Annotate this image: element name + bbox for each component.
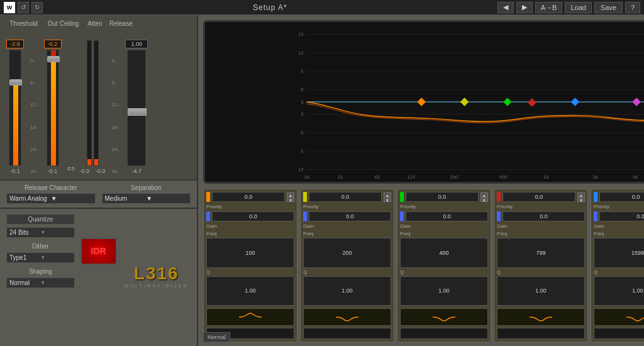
band-4-gain-input[interactable] xyxy=(502,211,585,221)
out-ceiling-bottom-val: -0.1 xyxy=(48,168,58,174)
band-3-bypass-button[interactable] xyxy=(400,328,488,339)
atten-meter-2 xyxy=(94,40,99,166)
band-4-q-input[interactable] xyxy=(497,276,585,306)
band-1-shape-button[interactable] xyxy=(206,308,294,326)
load-button[interactable]: Load xyxy=(565,2,591,13)
band-1-q-input[interactable] xyxy=(206,276,294,306)
svg-text:3: 3 xyxy=(301,99,303,105)
band-3-gain-input[interactable] xyxy=(406,211,488,221)
band-5-q-input[interactable] xyxy=(594,276,644,306)
top-bar: W ↺ ↻ Setup A* ◀ ▶ A→B Load Save ? xyxy=(0,0,644,15)
band-1-priority-up[interactable]: ▲ xyxy=(287,193,294,197)
out-ceiling-fader-group: -0.2 -0.1 xyxy=(44,40,62,174)
release-fader-track[interactable] xyxy=(127,50,146,166)
band-4-color-indicator xyxy=(497,192,501,202)
band-2-freq-input[interactable] xyxy=(303,238,391,268)
band-5-gain-indicator xyxy=(594,211,597,221)
release-bottom-val: -4.7 xyxy=(131,168,142,174)
band-2-q-input[interactable] xyxy=(303,276,391,306)
band-2-priority-input[interactable] xyxy=(309,192,382,202)
band-2-priority-row: ▲ ▼ xyxy=(303,192,391,202)
main-content: Threshold Out Ceiling Atten Release -2.8… xyxy=(0,15,644,346)
prev-button[interactable]: ◀ xyxy=(497,2,514,13)
band-1-priority-input[interactable] xyxy=(212,192,285,202)
band-2-bypass-button[interactable] xyxy=(303,328,391,339)
normal-badge: Normal xyxy=(203,332,230,342)
band-3-shape-button[interactable] xyxy=(400,308,488,326)
band-3-color-indicator xyxy=(400,192,404,202)
band-1-freq-label: Freq xyxy=(206,231,294,237)
band-2-priority-up[interactable]: ▲ xyxy=(384,193,391,197)
threshold-fader-track[interactable] xyxy=(9,50,21,166)
eq-band-4: ▲ ▼ Priority Gain Freq Q xyxy=(494,189,588,342)
band-5-priority-input[interactable] xyxy=(599,192,644,202)
band-2-gain-input[interactable] xyxy=(309,211,391,221)
band-1-gain-input[interactable] xyxy=(212,211,294,221)
idr-button[interactable]: IDR xyxy=(80,237,118,265)
release-character-dropdown[interactable]: Warm Analog ▼ xyxy=(6,193,96,204)
band-3-priority-row: ▲ ▼ xyxy=(400,192,488,202)
shaping-select[interactable]: Normal ▼ xyxy=(6,277,75,288)
band-3-gain-indicator xyxy=(400,211,404,221)
band-2-gain-indicator xyxy=(303,211,307,221)
band-3-gain-row xyxy=(400,211,488,221)
band-5-gain-input[interactable] xyxy=(599,211,644,221)
band-5-gain-row xyxy=(594,211,644,221)
band-1-priority-down[interactable]: ▼ xyxy=(287,198,294,202)
band-3-priority-up[interactable]: ▲ xyxy=(480,193,488,197)
band-3-priority-down[interactable]: ▼ xyxy=(480,198,488,202)
band-1-priority-row: ▲ ▼ xyxy=(206,192,294,202)
band-5-bypass-button[interactable] xyxy=(594,328,644,339)
help-button[interactable]: ? xyxy=(625,2,640,13)
char-sep-section: Release Character Warm Analog ▼ Separati… xyxy=(0,181,197,209)
setup-label: Setup A* xyxy=(47,3,494,12)
band-2-priority-down[interactable]: ▼ xyxy=(384,198,391,202)
threshold-label: Threshold xyxy=(6,20,41,27)
fader-labels: Threshold Out Ceiling Atten Release xyxy=(6,20,191,27)
band-4-bypass-button[interactable] xyxy=(497,328,585,339)
out-ceiling-fill-orange xyxy=(51,62,56,165)
release-handle[interactable] xyxy=(128,108,147,116)
band-5-freq-input[interactable] xyxy=(594,238,644,268)
band-4-priority-input[interactable] xyxy=(502,192,575,202)
right-panel: 15 12 9 6 3 3 6 9 12 16 31 62 125 250 50… xyxy=(198,15,644,346)
band-4-shape-button[interactable] xyxy=(497,308,585,326)
quantize-block: Quantize 24 Bits ▼ Dither Type1 ▼ Shapin… xyxy=(6,214,75,288)
left-panel: Threshold Out Ceiling Atten Release -2.8… xyxy=(0,15,198,346)
band-2-shape-button[interactable] xyxy=(303,308,391,326)
band-3-priority-stepper: ▲ ▼ xyxy=(480,193,488,202)
band-1-freq-input[interactable] xyxy=(206,238,294,268)
out-ceiling-fill-red xyxy=(51,50,56,56)
band-4-freq-label: Freq xyxy=(497,231,585,237)
next-button[interactable]: ▶ xyxy=(516,2,533,13)
band-5-shape-button[interactable] xyxy=(594,308,644,326)
quantize-select[interactable]: 24 Bits ▼ xyxy=(6,227,75,238)
logo-block: L316 MULTIMAXIMIZER xyxy=(123,264,191,288)
ab-button[interactable]: A→B xyxy=(535,2,563,13)
band-5-color-indicator xyxy=(594,192,597,202)
band-1-priority-label: Priority xyxy=(206,204,294,209)
band-3-priority-input[interactable] xyxy=(406,192,479,202)
separation-dropdown[interactable]: Medium ▼ xyxy=(102,193,191,204)
band-3-freq-label: Freq xyxy=(400,231,488,237)
band-3-q-label: Q xyxy=(400,269,488,275)
dither-select[interactable]: Type1 ▼ xyxy=(6,252,75,263)
band-4-priority-up[interactable]: ▲ xyxy=(577,193,585,197)
save-button[interactable]: Save xyxy=(594,2,623,13)
band-1-priority-stepper: ▲ ▼ xyxy=(287,193,294,202)
shaping-arrow-icon: ▼ xyxy=(40,280,71,286)
undo-button[interactable]: ↺ xyxy=(18,2,29,13)
band-3-q-input[interactable] xyxy=(400,276,488,306)
threshold-handle[interactable] xyxy=(9,79,22,86)
fader-scale-right: 0- 6- 12- 18- 24- 30- xyxy=(111,58,121,174)
band-3-freq-input[interactable] xyxy=(400,238,488,268)
eq-band-1: ▲ ▼ Priority Gain Freq Q xyxy=(203,189,297,342)
band-4-priority-down[interactable]: ▼ xyxy=(577,198,585,202)
out-ceiling-handle[interactable] xyxy=(47,56,60,62)
band-2-gain-row xyxy=(303,211,391,221)
separation-label: Separation xyxy=(102,184,191,191)
out-ceiling-fader-track[interactable] xyxy=(47,50,59,166)
dither-arrow-icon: ▼ xyxy=(40,255,71,260)
redo-button[interactable]: ↻ xyxy=(31,2,43,13)
band-4-freq-input[interactable] xyxy=(497,238,585,268)
